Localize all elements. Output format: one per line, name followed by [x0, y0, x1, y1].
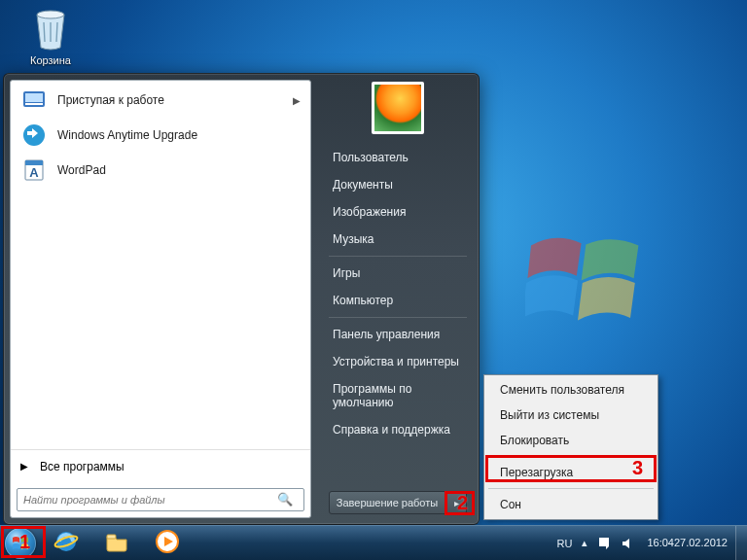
link-devices-printers[interactable]: Устройства и принтеры [317, 348, 479, 375]
svg-rect-2 [25, 93, 43, 102]
link-music[interactable]: Музыка [317, 226, 479, 253]
tray-time: 16:04 [647, 537, 674, 549]
link-default-programs[interactable]: Программы по умолчанию [317, 375, 479, 416]
separator [329, 256, 467, 257]
all-programs-arrow-icon: ▶ [20, 461, 28, 472]
svg-text:A: A [29, 165, 39, 180]
search-box-container: 🔍 [17, 488, 304, 511]
tray-action-center-icon[interactable] [592, 526, 616, 560]
link-user[interactable]: Пользователь [317, 144, 479, 171]
power-options-submenu: Сменить пользователя Выйти из системы Бл… [483, 374, 658, 520]
power-lock[interactable]: Блокировать [486, 428, 656, 453]
power-switch-user[interactable]: Сменить пользователя [486, 377, 656, 402]
windows-logo-watermark [525, 224, 642, 331]
start-menu-right-pane: Пользователь Документы Изображения Музык… [317, 74, 479, 524]
link-computer[interactable]: Компьютер [317, 287, 479, 314]
start-menu-left-pane: Приступая к работе ▶ Windows Anytime Upg… [10, 80, 311, 518]
shutdown-button[interactable]: Завершение работы [329, 491, 445, 514]
system-tray: RU ▴ 16:04 27.02.2012 [552, 526, 747, 560]
taskbar-pin-ie[interactable] [42, 529, 90, 558]
link-help-support[interactable]: Справка и поддержка [317, 416, 479, 443]
link-games[interactable]: Игры [317, 260, 479, 287]
program-wordpad[interactable]: A WordPad [13, 153, 308, 188]
recycle-bin-icon [30, 5, 71, 52]
separator [488, 488, 654, 489]
program-label: Приступая к работе [57, 93, 164, 107]
search-icon: 🔍 [277, 492, 293, 507]
svg-rect-3 [25, 103, 43, 105]
link-documents[interactable]: Документы [317, 171, 479, 198]
tray-volume-icon[interactable] [616, 526, 639, 560]
power-log-off[interactable]: Выйти из системы [486, 402, 656, 428]
power-sleep[interactable]: Сон [486, 492, 656, 517]
internet-explorer-icon [53, 529, 79, 558]
taskbar-pin-media-player[interactable] [143, 529, 192, 558]
file-explorer-icon [104, 529, 129, 558]
program-label: WordPad [57, 163, 106, 177]
shutdown-split-button: Завершение работы ▸ [329, 491, 467, 514]
start-orb-icon [5, 528, 36, 559]
search-input[interactable] [17, 488, 304, 511]
start-menu: Приступая к работе ▶ Windows Anytime Upg… [3, 73, 480, 525]
avatar-image [374, 85, 421, 131]
shutdown-menu-arrow[interactable]: ▸ [445, 491, 467, 514]
link-control-panel[interactable]: Панель управления [317, 321, 479, 348]
taskbar-pin-explorer[interactable] [92, 529, 141, 558]
tray-date: 27.02.2012 [674, 537, 728, 549]
pinned-programs-list: Приступая к работе ▶ Windows Anytime Upg… [11, 81, 310, 449]
anytime-upgrade-icon [20, 122, 48, 149]
all-programs-button[interactable]: ▶ Все программы [11, 449, 310, 482]
recycle-bin-label: Корзина [30, 54, 71, 66]
program-getting-started[interactable]: Приступая к работе ▶ [13, 83, 308, 118]
recycle-bin-desktop-icon[interactable]: Корзина [19, 5, 82, 66]
program-label: Windows Anytime Upgrade [57, 128, 197, 142]
tray-show-hidden-icon[interactable]: ▴ [577, 526, 592, 560]
getting-started-icon [20, 87, 48, 114]
program-anytime-upgrade[interactable]: Windows Anytime Upgrade [13, 118, 308, 153]
separator [488, 456, 654, 457]
taskbar: RU ▴ 16:04 27.02.2012 [0, 525, 747, 560]
link-pictures[interactable]: Изображения [317, 198, 479, 226]
wordpad-icon: A [20, 157, 48, 184]
all-programs-label: Все программы [40, 460, 124, 473]
tray-language[interactable]: RU [552, 526, 578, 560]
svg-point-0 [37, 11, 64, 18]
start-button[interactable] [0, 526, 41, 561]
submenu-arrow-icon: ▶ [293, 95, 301, 106]
media-player-icon [155, 529, 180, 558]
svg-rect-10 [107, 535, 116, 539]
separator [329, 317, 467, 318]
user-avatar[interactable] [372, 82, 424, 134]
show-desktop-button[interactable] [735, 526, 747, 561]
tray-clock[interactable]: 16:04 27.02.2012 [639, 526, 735, 560]
power-restart[interactable]: Перезагрузка [486, 460, 656, 485]
